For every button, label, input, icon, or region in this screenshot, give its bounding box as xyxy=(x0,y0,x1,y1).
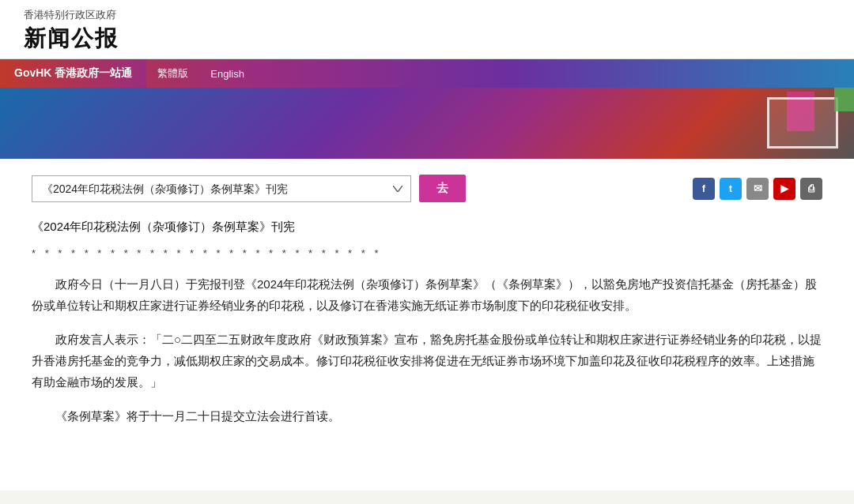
traditional-chinese-link[interactable]: 繁體版 xyxy=(146,59,199,88)
facebook-icon[interactable]: f xyxy=(693,178,715,200)
banner-green-decoration xyxy=(834,88,854,111)
main-content: 《2024年印花税法例（杂项修订）条例草案》刊宪 去 f t ✉ ▶ ⎙ 《20… xyxy=(0,159,854,491)
youtube-icon[interactable]: ▶ xyxy=(773,178,795,200)
article-title: 《2024年印花税法例（杂项修订）条例草案》刊宪 xyxy=(32,220,822,235)
navbar: GovHK 香港政府一站通 繁體版 English xyxy=(0,59,854,88)
banner-white-decoration xyxy=(767,97,838,149)
english-link[interactable]: English xyxy=(199,59,255,88)
paragraph-1: 政府今日（十一月八日）于宪报刊登《2024年印花税法例（杂项修订）条例草案》（《… xyxy=(32,273,822,316)
article-select[interactable]: 《2024年印花税法例（杂项修订）条例草案》刊宪 xyxy=(32,175,411,202)
banner-image xyxy=(0,88,854,159)
header-subtitle: 香港特别行政区政府 xyxy=(24,8,830,22)
twitter-icon[interactable]: t xyxy=(720,178,742,200)
paragraph-2: 政府发言人表示：「二○二四至二五财政年度政府《财政预算案》宣布，豁免房托基金股份… xyxy=(32,329,822,393)
print-icon[interactable]: ⎙ xyxy=(800,178,822,200)
dropdown-bar: 《2024年印花税法例（杂项修订）条例草案》刊宪 去 f t ✉ ▶ ⎙ xyxy=(32,175,822,202)
article-body: 政府今日（十一月八日）于宪报刊登《2024年印花税法例（杂项修订）条例草案》（《… xyxy=(32,273,822,427)
govhk-link[interactable]: GovHK 香港政府一站通 xyxy=(0,59,146,88)
paragraph-3: 《条例草案》将于十一月二十日提交立法会进行首读。 xyxy=(32,405,822,427)
social-icons-container: f t ✉ ▶ ⎙ xyxy=(693,178,822,200)
page-header: 香港特别行政区政府 新闻公报 xyxy=(0,0,854,59)
header-title: 新闻公报 xyxy=(24,24,830,54)
go-button[interactable]: 去 xyxy=(419,175,466,202)
email-icon[interactable]: ✉ xyxy=(746,178,769,200)
separator-dots: * * * * * * * * * * * * * * * * * * * * … xyxy=(32,247,822,259)
